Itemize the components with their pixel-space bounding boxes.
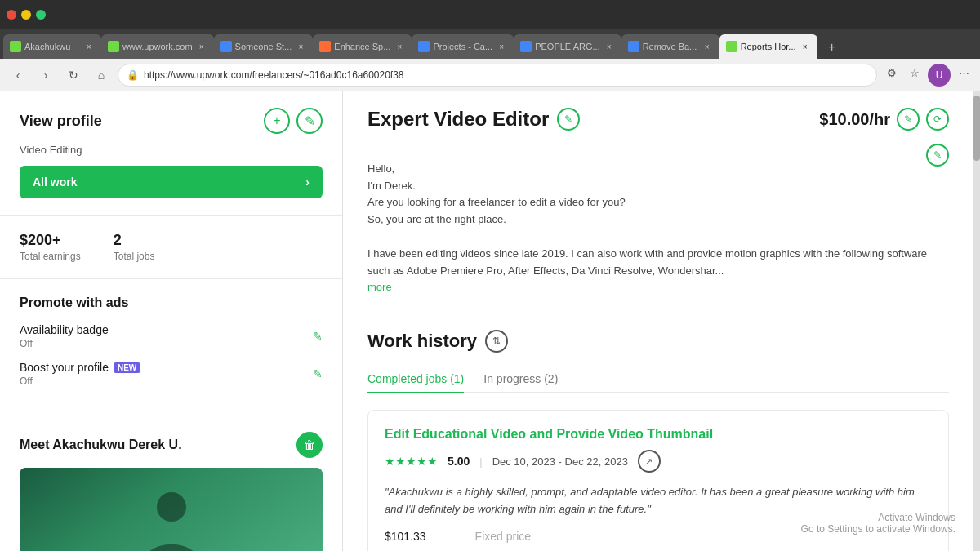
boost-profile-name: Boost your profile NEW	[20, 361, 140, 374]
sort-button[interactable]: ⇅	[485, 330, 508, 353]
edit-rate-button[interactable]: ✎	[897, 108, 920, 131]
bio-section: Hello, I'm Derek. Are you looking for a …	[368, 144, 949, 296]
plus-icon: +	[273, 113, 280, 128]
tab-close-someone[interactable]: ×	[295, 41, 306, 52]
tab-enhance[interactable]: Enhance Sp... ×	[313, 34, 412, 59]
title-bar	[0, 0, 980, 29]
tab-close-remove[interactable]: ×	[702, 41, 713, 52]
tab-favicon-people	[520, 41, 532, 52]
new-tab-button[interactable]: +	[821, 36, 844, 59]
profile-image	[20, 468, 323, 551]
extensions-icon[interactable]: ⚙	[882, 64, 902, 83]
scrollbar-thumb[interactable]	[973, 96, 980, 161]
tab-close-akachukwu[interactable]: ×	[83, 41, 95, 52]
tab-label-reports: Reports Hor...	[741, 42, 796, 51]
bio-short: Hello, I'm Derek. Are you looking for a …	[368, 162, 626, 225]
bio-more-link[interactable]: more	[368, 281, 392, 293]
share-profile-button[interactable]: ⟳	[926, 108, 949, 131]
pencil-rate-icon: ✎	[904, 113, 912, 125]
window-controls	[7, 10, 46, 20]
job-type: Fixed price	[475, 530, 531, 543]
close-window-button[interactable]	[7, 10, 16, 20]
promote-section: Promote with ads Availability badge Off …	[0, 279, 342, 415]
tab-someone[interactable]: Someone St... ×	[214, 34, 314, 59]
tab-favicon-someone	[220, 41, 232, 52]
tab-label-projects: Projects - Ca...	[433, 42, 492, 51]
tab-in-progress[interactable]: In progress (2)	[483, 366, 558, 393]
profile-name-section: Expert Video Editor ✎	[368, 108, 580, 131]
availability-badge-status: Off	[20, 338, 109, 349]
tabs-bar: Akachukwu × www.upwork.com × Someone St.…	[0, 29, 980, 59]
address-text: https://www.upwork.com/freelancers/~016a…	[144, 69, 868, 81]
earnings-label: Total earnings	[20, 251, 81, 262]
rate-value: $10.00/hr	[819, 110, 890, 129]
back-button[interactable]: ‹	[7, 64, 29, 87]
tab-label-upwork: www.upwork.com	[122, 42, 193, 51]
view-profile-header: View profile + ✎	[20, 108, 323, 134]
profile-name: Expert Video Editor	[368, 108, 549, 131]
tab-close-people[interactable]: ×	[604, 41, 615, 52]
availability-edit-icon[interactable]: ✎	[313, 330, 323, 343]
meta-divider: |	[479, 455, 482, 468]
view-profile-title: View profile	[20, 113, 102, 130]
tab-close-reports[interactable]: ×	[800, 41, 811, 52]
tab-upwork[interactable]: www.upwork.com ×	[101, 34, 214, 59]
boost-profile-item: Boost your profile NEW Off ✎	[20, 361, 323, 387]
refresh-button[interactable]: ↻	[62, 64, 85, 87]
maximize-window-button[interactable]	[36, 10, 46, 20]
jobs-stat: 2 Total jobs	[114, 232, 155, 262]
job-title[interactable]: Edit Educational Video and Provide Video…	[385, 427, 932, 442]
rate-section: $10.00/hr ✎ ⟳	[819, 108, 949, 131]
job-share-button[interactable]: ↗	[638, 450, 661, 473]
job-date: Dec 10, 2023 - Dec 22, 2023	[492, 455, 628, 468]
tab-favicon-remove	[628, 41, 639, 52]
person-silhouette-icon	[139, 484, 204, 551]
work-history-header: Work history ⇅	[368, 330, 949, 353]
tab-close-enhance[interactable]: ×	[394, 41, 405, 52]
tab-akachukwu[interactable]: Akachukwu ×	[3, 34, 101, 59]
nav-bar: ‹ › ↻ ⌂ 🔒 https://www.upwork.com/freelan…	[0, 59, 980, 91]
job-meta: ★★★★★ 5.00 | Dec 10, 2023 - Dec 22, 2023…	[385, 450, 932, 473]
delete-button[interactable]: 🗑	[296, 432, 323, 458]
profile-icon[interactable]: U	[928, 64, 951, 87]
tab-projects[interactable]: Projects - Ca... ×	[412, 34, 514, 59]
tab-remove[interactable]: Remove Ba... ×	[621, 34, 719, 59]
address-bar[interactable]: 🔒 https://www.upwork.com/freelancers/~01…	[118, 64, 877, 87]
rating-value: 5.00	[448, 455, 470, 468]
activate-line1: Activate Windows	[801, 512, 956, 523]
tab-close-projects[interactable]: ×	[496, 41, 507, 52]
tab-people[interactable]: PEOPLE ARG... ×	[514, 34, 621, 59]
pencil-bio-icon: ✎	[933, 149, 942, 161]
new-badge: NEW	[114, 362, 140, 373]
boost-edit-icon[interactable]: ✎	[313, 367, 323, 380]
edit-name-button[interactable]: ✎	[557, 108, 580, 131]
rating-stars: ★★★★★	[385, 455, 438, 468]
more-options-icon[interactable]: ⋯	[954, 64, 973, 83]
view-profile-section: View profile + ✎ Video Editing All work …	[0, 91, 342, 216]
activate-line2: Go to Settings to activate Windows.	[801, 523, 956, 535]
scrollbar[interactable]	[973, 91, 980, 551]
tab-label-akachukwu: Akachukwu	[24, 42, 80, 51]
profile-photo	[20, 468, 323, 551]
edit-bio-button[interactable]: ✎	[926, 144, 949, 167]
bookmark-icon[interactable]: ☆	[905, 64, 924, 83]
tab-completed[interactable]: Completed jobs (1)	[368, 366, 464, 393]
promote-title: Promote with ads	[20, 295, 323, 310]
jobs-label: Total jobs	[114, 251, 155, 262]
sort-icon: ⇅	[492, 335, 501, 347]
availability-badge-info: Availability badge Off	[20, 323, 109, 349]
home-button[interactable]: ⌂	[90, 64, 113, 87]
edit-profile-button[interactable]: ✎	[296, 108, 323, 134]
header-icons: + ✎	[264, 108, 323, 134]
minimize-window-button[interactable]	[21, 10, 31, 20]
tab-label-someone: Someone St...	[235, 42, 292, 51]
tab-close-upwork[interactable]: ×	[196, 41, 207, 52]
add-section-button[interactable]: +	[264, 108, 290, 134]
section-divider	[368, 313, 949, 313]
forward-button[interactable]: ›	[34, 64, 57, 87]
lock-icon: 🔒	[127, 69, 139, 81]
left-sidebar: View profile + ✎ Video Editing All work …	[0, 91, 343, 551]
all-work-button[interactable]: All work ›	[20, 166, 323, 198]
work-history-title: Work history	[368, 331, 477, 352]
tab-reports[interactable]: Reports Hor... ×	[719, 34, 817, 59]
